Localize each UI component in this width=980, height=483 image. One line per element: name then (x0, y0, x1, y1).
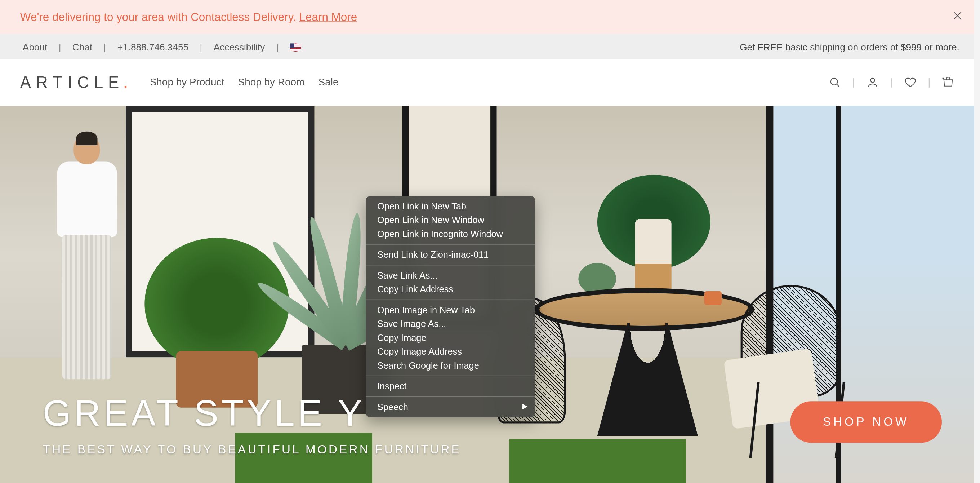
planter-bush (145, 238, 289, 408)
phone-link[interactable]: +1.888.746.3455 (115, 41, 191, 52)
promo-banner: We're delivering to your area with Conta… (0, 0, 980, 34)
ctx-save-image-as[interactable]: Save Image As... (366, 317, 535, 330)
ctx-save-link-as[interactable]: Save Link As... (366, 269, 535, 282)
ctx-open-image-new-tab[interactable]: Open Image in New Tab (366, 303, 535, 317)
cart-icon[interactable] (937, 76, 959, 89)
ctx-search-google-image[interactable]: Search Google for Image (366, 359, 535, 372)
scrollbar[interactable] (974, 0, 980, 483)
nav-shop-room[interactable]: Shop by Room (238, 77, 305, 88)
ctx-open-link-new-tab[interactable]: Open Link in New Tab (366, 199, 535, 213)
ctx-copy-image-address[interactable]: Copy Image Address (366, 344, 535, 358)
ctx-copy-link-address[interactable]: Copy Link Address (366, 282, 535, 296)
ctx-open-link-new-window[interactable]: Open Link in New Window (366, 214, 535, 227)
hero-subheadline: THE BEST WAY TO BUY BEAUTIFUL MODERN FUR… (43, 443, 461, 456)
accessibility-link[interactable]: Accessibility (211, 41, 268, 52)
shop-now-button[interactable]: SHOP NOW (790, 401, 942, 443)
chat-link[interactable]: Chat (70, 41, 95, 52)
shipping-promo-text: Get FREE basic shipping on orders of $99… (740, 41, 959, 52)
us-flag-icon (290, 43, 301, 51)
account-icon[interactable] (861, 76, 884, 89)
logo[interactable]: ARTICLE. (20, 73, 129, 92)
nav-sale[interactable]: Sale (318, 77, 339, 88)
chevron-right-icon: ▶ (522, 402, 527, 410)
region-flag-us[interactable] (288, 41, 304, 52)
wishlist-icon[interactable] (899, 76, 922, 89)
promo-learn-more-link[interactable]: Learn More (299, 10, 357, 23)
person-figure (56, 134, 119, 405)
svg-point-0 (830, 78, 837, 85)
about-link[interactable]: About (20, 41, 50, 52)
logo-text: ARTICLE (20, 73, 124, 92)
ctx-speech[interactable]: Speech▶ (366, 400, 535, 414)
ctx-inspect[interactable]: Inspect (366, 379, 535, 393)
main-nav: ARTICLE. Shop by Product Shop by Room Sa… (0, 59, 980, 105)
ctx-open-link-incognito[interactable]: Open Link in Incognito Window (366, 227, 535, 241)
promo-text: We're delivering to your area with Conta… (20, 10, 357, 24)
utility-bar: About | Chat | +1.888.746.3455 | Accessi… (0, 34, 980, 59)
search-icon[interactable] (823, 76, 846, 89)
ctx-send-link[interactable]: Send Link to Zion-imac-011 (366, 248, 535, 262)
nav-shop-product[interactable]: Shop by Product (150, 77, 224, 88)
close-icon[interactable] (948, 6, 967, 27)
svg-point-1 (870, 78, 875, 83)
ctx-copy-image[interactable]: Copy Image (366, 331, 535, 344)
context-menu: Open Link in New Tab Open Link in New Wi… (366, 196, 535, 417)
